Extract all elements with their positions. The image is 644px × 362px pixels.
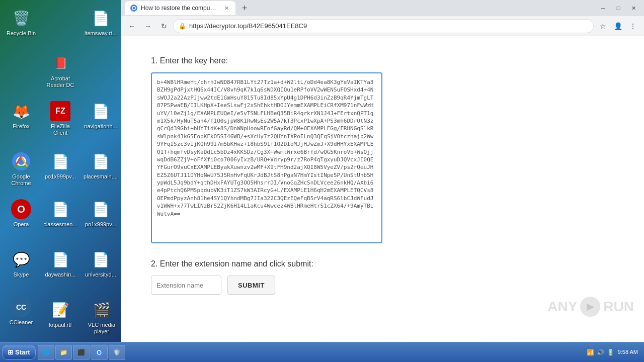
po1x999pv2-icon[interactable]: 📄 po1x999pv... (80, 196, 121, 231)
recycle-bin-icon[interactable]: 🗑️ Recycle Bin (1, 5, 41, 40)
classesmen-icon[interactable]: 📄 classesmen... (40, 196, 80, 231)
skype-icon[interactable]: 💬 Skype (1, 246, 41, 281)
systray: 📶 🔊 🔋 (587, 348, 615, 356)
systray-network-icon[interactable]: 📶 (587, 348, 595, 356)
desktop: 🗑️ Recycle Bin 📕 Acrobat Reader DC 📄 ite… (0, 0, 121, 342)
window-controls: ─ □ ✕ (597, 4, 640, 13)
chrome-titlebar: How to restore the computer? ✕ + ─ □ ✕ (121, 0, 644, 16)
start-button[interactable]: ⊞ Start (2, 345, 36, 360)
address-bar[interactable]: 🔒 https://decryptor.top/B42E965041EE8C9 (173, 19, 594, 33)
po1x999pv1-icon[interactable]: 📄 po1x999pv... (40, 148, 80, 183)
chrome-tab[interactable]: How to restore the computer? ✕ (125, 1, 235, 15)
vlc-icon[interactable]: 🎬 VLC media player (82, 297, 122, 338)
step2-title: 2. Enter the extension name and click su… (151, 259, 614, 268)
step1-title: 1. Enter the key here: (151, 56, 614, 65)
taskbar-items: 🌐 📁 ⬛ 🛡️ (36, 345, 583, 360)
back-button[interactable]: ← (125, 19, 139, 33)
chrome-desktop-icon[interactable]: Google Chrome (1, 148, 41, 190)
firefox-icon[interactable]: 🦊 Firefox (1, 98, 41, 133)
window-close-button[interactable]: ✕ (627, 4, 640, 13)
key-textarea[interactable] (151, 72, 382, 243)
profile-button[interactable]: 👤 (611, 19, 625, 33)
lotpaul-icon[interactable]: 📝 lotpaul.rtf (40, 297, 80, 331)
universityd-icon[interactable]: 📄 universityd... (80, 246, 121, 281)
submit-button[interactable]: SUBMIT (227, 276, 275, 295)
maximize-button[interactable]: □ (612, 4, 625, 13)
lock-icon: 🔒 (179, 23, 186, 30)
chrome-toolbar: ← → ↻ 🔒 https://decryptor.top/B42E965041… (121, 16, 644, 36)
taskbar-right: 📶 🔊 🔋 9:58 AM (583, 348, 642, 356)
taskbar-item-explorer[interactable]: 📁 (55, 345, 72, 360)
taskbar-item-chrome[interactable] (91, 345, 108, 360)
chrome-window: How to restore the computer? ✕ + ─ □ ✕ ←… (121, 0, 644, 342)
acrobat-icon[interactable]: 📕 Acrobat Reader DC (40, 50, 80, 92)
minimize-button[interactable]: ─ (597, 4, 610, 13)
svg-point-8 (98, 351, 101, 354)
filezilla-icon[interactable]: FZ FileZilla Client (40, 98, 80, 139)
daywashin-icon[interactable]: 📄 daywashin... (40, 246, 80, 281)
windows-icon: ⊞ (8, 348, 13, 356)
ccleaner-icon[interactable]: CC CCleaner (1, 294, 41, 329)
start-label: Start (15, 348, 30, 356)
systray-volume-icon[interactable]: 🔊 (597, 348, 605, 356)
new-tab-button[interactable]: + (237, 1, 252, 15)
page-content: 1. Enter the key here: 2. Enter the exte… (121, 36, 644, 342)
navigationh-icon[interactable]: 📄 navigationh... (80, 98, 121, 133)
bookmark-button[interactable]: ☆ (596, 19, 610, 33)
taskbar-item-ie[interactable]: 🌐 (38, 345, 54, 360)
extension-input[interactable] (151, 276, 221, 295)
url-text: https://decryptor.top/B42E965041EE8C9 (189, 22, 588, 30)
placesmain-icon[interactable]: 📄 placesmain.... (80, 148, 121, 183)
taskbar-item-cmd[interactable]: ⬛ (73, 345, 90, 360)
clock[interactable]: 9:58 AM (618, 348, 638, 356)
svg-point-5 (133, 7, 135, 10)
toolbar-actions: ☆ 👤 ⋮ (596, 19, 640, 33)
forward-button[interactable]: → (141, 19, 155, 33)
taskbar: ⊞ Start 🌐 📁 ⬛ 🛡️ 📶 🔊 🔋 9:58 AM (0, 342, 644, 362)
menu-button[interactable]: ⋮ (626, 19, 640, 33)
systray-battery-icon[interactable]: 🔋 (607, 348, 615, 356)
taskbar-item-security[interactable]: 🛡️ (109, 345, 125, 360)
itemsway-icon[interactable]: 📄 itemsway.rt... (80, 5, 121, 40)
tab-favicon-icon (130, 4, 138, 12)
opera-icon[interactable]: O Opera (1, 196, 41, 231)
reload-button[interactable]: ↻ (157, 19, 171, 33)
tab-title: How to restore the computer? (141, 5, 217, 12)
step2-row: SUBMIT (151, 276, 614, 295)
tab-close-button[interactable]: ✕ (222, 4, 230, 12)
